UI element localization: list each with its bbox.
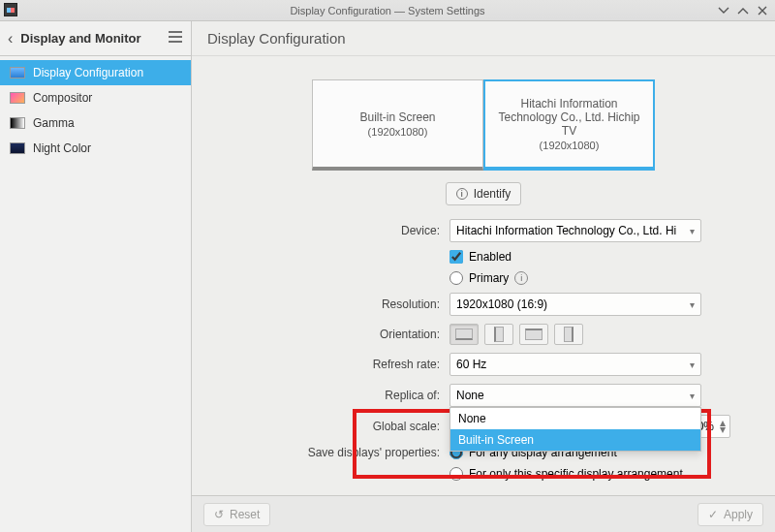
sidebar-item-label: Gamma: [33, 116, 75, 130]
save-props-label: Save displays' properties:: [265, 446, 440, 459]
display-icon: [10, 67, 25, 78]
device-label: Device:: [265, 224, 440, 237]
sidebar: ‹ Display and Monitor Display Configurat…: [0, 21, 192, 532]
replica-option-none[interactable]: None: [450, 408, 700, 429]
apply-button[interactable]: ✓ Apply: [698, 503, 763, 526]
sidebar-header: ‹ Display and Monitor: [0, 21, 191, 56]
window-maximize-button[interactable]: [736, 4, 750, 17]
window-minimize-button[interactable]: [717, 4, 730, 17]
settings-form: Device: Hitachi Information Technology C…: [265, 219, 701, 481]
content-header: Display Configuration: [192, 21, 775, 56]
monitor-hitachi[interactable]: Hitachi Information Technology Co., Ltd.…: [483, 79, 655, 171]
sidebar-item-label: Display Configuration: [33, 66, 143, 79]
orientation-landscape[interactable]: [450, 324, 479, 345]
sidebar-item-compositor[interactable]: Compositor: [0, 85, 191, 110]
monitor-builtin[interactable]: Built-in Screen (1920x1080): [312, 79, 483, 171]
enabled-checkbox[interactable]: [450, 250, 463, 264]
orientation-portrait-right[interactable]: [554, 324, 583, 345]
undo-icon: ↺: [214, 508, 224, 521]
reset-label: Reset: [230, 508, 260, 521]
orientation-group: [450, 324, 701, 345]
monitor-resolution: (1920x1080): [368, 126, 428, 138]
refresh-select[interactable]: 60 Hz ▾: [450, 353, 701, 376]
global-scale-label: Global scale:: [265, 420, 440, 433]
replica-select[interactable]: None ▾ None Built-in Screen: [450, 384, 701, 407]
replica-value: None: [456, 389, 484, 402]
monitor-name: Hitachi Information Technology Co., Ltd.…: [491, 97, 647, 138]
sidebar-item-display-configuration[interactable]: Display Configuration: [0, 60, 191, 85]
page-title: Display Configuration: [207, 30, 346, 47]
footer: ↺ Reset ✓ Apply: [192, 495, 775, 532]
night-color-icon: [10, 142, 25, 154]
resolution-label: Resolution:: [265, 297, 440, 311]
device-value: Hitachi Information Technology Co., Ltd.…: [456, 224, 676, 237]
device-select[interactable]: Hitachi Information Technology Co., Ltd.…: [450, 219, 701, 242]
sidebar-item-night-color[interactable]: Night Color: [0, 136, 191, 161]
sidebar-section-label: Display and Monitor: [20, 31, 160, 46]
gamma-icon: [10, 117, 25, 129]
identify-button[interactable]: i Identify: [446, 182, 522, 205]
save-specific-radio[interactable]: [450, 467, 463, 481]
monitor-name: Built-in Screen: [359, 110, 435, 124]
info-icon[interactable]: i: [514, 271, 528, 285]
back-button[interactable]: ‹: [8, 30, 13, 47]
chevron-down-icon: ▾: [690, 391, 695, 401]
sidebar-item-gamma[interactable]: Gamma: [0, 110, 191, 136]
refresh-value: 60 Hz: [456, 358, 486, 371]
window-titlebar: Display Configuration — System Settings: [0, 0, 775, 21]
compositor-icon: [10, 92, 25, 104]
monitor-resolution: (1920x1080): [540, 140, 600, 151]
replica-option-builtin[interactable]: Built-in Screen: [450, 429, 700, 451]
check-icon: ✓: [708, 508, 718, 521]
window-title: Display Configuration — System Settings: [290, 5, 484, 16]
chevron-down-icon: ▾: [690, 360, 695, 370]
display-arrangement: Built-in Screen (1920x1080) Hitachi Info…: [312, 79, 655, 171]
enabled-label: Enabled: [469, 250, 512, 264]
chevron-down-icon: ▾: [690, 299, 695, 310]
primary-radio[interactable]: [450, 271, 463, 285]
refresh-label: Refresh rate:: [265, 358, 440, 371]
info-icon: i: [456, 188, 468, 200]
orientation-portrait-left[interactable]: [484, 324, 513, 345]
orientation-landscape-flipped[interactable]: [519, 324, 548, 345]
sidebar-item-label: Compositor: [33, 91, 92, 105]
resolution-select[interactable]: 1920x1080 (16:9) ▾: [450, 293, 701, 316]
hamburger-menu-button[interactable]: [168, 30, 183, 47]
primary-label: Primary: [469, 271, 509, 285]
reset-button[interactable]: ↺ Reset: [203, 503, 270, 526]
resolution-value: 1920x1080 (16:9): [456, 297, 547, 311]
chevron-down-icon: ▾: [690, 226, 695, 236]
spin-down[interactable]: ▾: [720, 426, 726, 433]
replica-dropdown: None Built-in Screen: [450, 407, 701, 452]
sidebar-item-label: Night Color: [33, 141, 91, 155]
app-icon: [4, 3, 17, 16]
replica-label: Replica of:: [265, 389, 440, 402]
content-area: Display Configuration Drag screens to re…: [192, 21, 775, 532]
save-specific-label: For only this specific display arrangeme…: [469, 467, 683, 481]
window-close-button[interactable]: [756, 4, 769, 17]
identify-label: Identify: [474, 187, 512, 201]
orientation-label: Orientation:: [265, 328, 440, 341]
apply-label: Apply: [724, 508, 753, 521]
